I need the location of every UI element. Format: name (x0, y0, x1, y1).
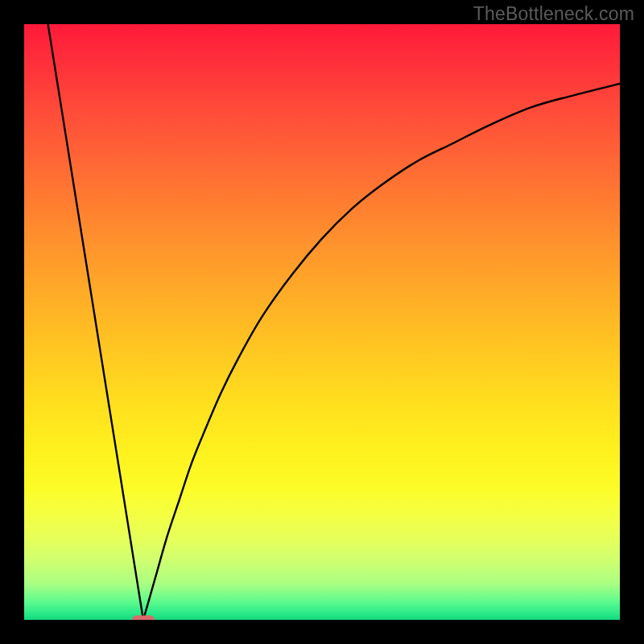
plot-area (24, 24, 620, 620)
attribution-label: TheBottleneck.com (473, 3, 634, 25)
curve-right (143, 84, 620, 620)
optimal-marker (132, 616, 155, 621)
chart-frame: TheBottleneck.com (0, 0, 644, 644)
curve-left (48, 24, 143, 620)
curve-layer (24, 24, 620, 620)
